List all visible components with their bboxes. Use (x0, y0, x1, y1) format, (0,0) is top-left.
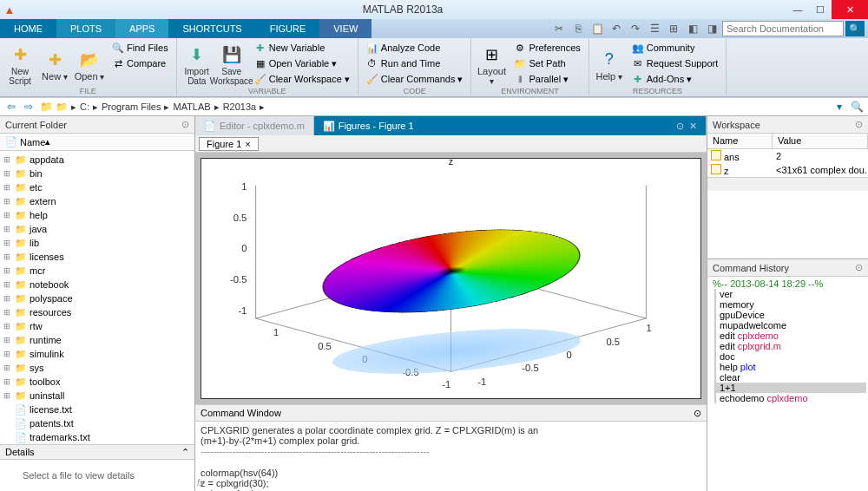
ws-name-header[interactable]: Name (707, 134, 773, 148)
tree-item[interactable]: ⊞📁rtw (0, 319, 194, 333)
analyze-code-button[interactable]: 📊Analyze Code (362, 40, 468, 56)
tree-item[interactable]: ⊞📁help (0, 208, 194, 222)
history-line[interactable]: help plot (714, 362, 866, 372)
current-folder-gear-icon[interactable]: ⊙ (181, 119, 189, 130)
request-support-button[interactable]: ✉Request Support (628, 56, 723, 71)
workspace-scrollbar[interactable] (707, 177, 868, 191)
save-workspace-button[interactable]: 💾Save Workspace (215, 40, 248, 87)
figures-gear-icon[interactable]: ⊙ (676, 121, 684, 132)
tab-figure[interactable]: FIGURE (256, 19, 320, 38)
tree-item[interactable]: ⊞📁etc (0, 180, 194, 194)
editor-tab[interactable]: 📄 Editor - cplxdemo.m (195, 116, 314, 135)
compare-button[interactable]: ⇄Compare (108, 56, 173, 71)
new-button[interactable]: ✚New ▾ (38, 40, 71, 87)
tree-item[interactable]: ⊞📁simulink (0, 347, 194, 361)
clear-workspace-button[interactable]: 🧹Clear Workspace ▾ (250, 71, 354, 87)
new-variable-button[interactable]: ✚New Variable (250, 40, 354, 56)
tab-view[interactable]: VIEW (319, 19, 372, 38)
tree-item[interactable]: 📄trademarks.txt (0, 430, 194, 444)
open-button[interactable]: 📂Open ▾ (73, 40, 106, 87)
workspace-gear-icon[interactable]: ⊙ (855, 119, 863, 130)
history-line[interactable]: edit cplxdemo (714, 331, 866, 341)
breadcrumb[interactable]: 📁 ▸ C: ▸ Program Files ▸ MATLAB ▸ R2013a… (56, 101, 830, 113)
search-button[interactable]: 🔍 (845, 21, 865, 36)
set-path-button[interactable]: 📁Set Path (510, 56, 584, 71)
layout-button[interactable]: ⊞Layout ▾ (475, 40, 508, 87)
undo-icon[interactable]: ↶ (608, 21, 625, 36)
path-dropdown-icon[interactable]: ▾ (832, 99, 847, 115)
tab-plots[interactable]: PLOTS (56, 19, 115, 38)
new-script-button[interactable]: ✚New Script (3, 40, 36, 87)
redo-icon[interactable]: ↷ (627, 21, 644, 36)
qat2-icon[interactable]: ⊞ (665, 21, 682, 36)
tree-item[interactable]: ⊞📁licenses (0, 250, 194, 264)
copy-icon[interactable]: ⎘ (569, 21, 587, 36)
command-window[interactable]: CPLXGRID generates a polar coordinate co… (195, 422, 707, 491)
back-button[interactable]: ⇦ (3, 99, 19, 115)
details-title[interactable]: Details⌃ (0, 444, 194, 460)
clear-commands-button[interactable]: 🧹Clear Commands ▾ (362, 71, 468, 87)
history-line[interactable]: memory (714, 299, 866, 310)
run-and-time-button[interactable]: ⏱Run and Time (362, 56, 468, 71)
maximize-button[interactable]: ☐ (809, 0, 832, 19)
history-line[interactable]: echodemo cplxdemo (714, 393, 866, 403)
command-window-gear-icon[interactable]: ⊙ (694, 408, 701, 419)
history-line[interactable]: gpuDevice (714, 310, 866, 320)
history-line[interactable]: doc (714, 351, 866, 362)
find-files-button[interactable]: 🔍Find Files (108, 40, 173, 56)
history-line[interactable]: mupadwelcome (714, 320, 866, 331)
help-button[interactable]: ?Help ▾ (593, 40, 626, 87)
community-button[interactable]: 👥Community (628, 40, 723, 56)
search-input[interactable] (722, 21, 844, 36)
tree-item[interactable]: ⊞📁extern (0, 194, 194, 208)
forward-button[interactable]: ⇨ (21, 99, 36, 115)
tab-shortcuts[interactable]: SHORTCUTS (168, 19, 255, 38)
minimize-button[interactable]: — (786, 0, 809, 19)
tree-item[interactable]: ⊞📁uninstall (0, 389, 194, 403)
command-history-list[interactable]: %-- 2013-08-14 18:29 --%vermemorygpuDevi… (707, 277, 868, 491)
name-column-header[interactable]: Name (20, 137, 45, 147)
tree-item[interactable]: ⊞📁bin (0, 167, 194, 180)
tab-home[interactable]: HOME (0, 19, 56, 38)
fx-prompt-icon[interactable]: fx (197, 478, 204, 488)
open-variable-button[interactable]: ▦Open Variable ▾ (250, 56, 354, 71)
parallel-button[interactable]: ⫴Parallel ▾ (510, 71, 584, 87)
tree-item[interactable]: ⊞📁appdata (0, 153, 194, 167)
close-button[interactable]: ✕ (832, 0, 868, 19)
tree-item[interactable]: ⊞📁sys (0, 361, 194, 375)
qat4-icon[interactable]: ◨ (703, 21, 720, 36)
tab-apps[interactable]: APPS (115, 19, 168, 38)
tree-item[interactable]: ⊞📁java (0, 222, 194, 236)
qat-icon[interactable]: ☰ (646, 21, 663, 36)
cut-icon[interactable]: ✂ (550, 21, 568, 36)
figures-tab[interactable]: 📊 Figures - Figure 1⊙✕ (314, 116, 707, 135)
tree-item[interactable]: ⊞📁mcr (0, 264, 194, 278)
history-line[interactable]: ver (714, 289, 866, 299)
paste-icon[interactable]: 📋 (589, 21, 606, 36)
figures-close-icon[interactable]: ✕ (689, 121, 697, 132)
import-data-button[interactable]: ⬇Import Data (181, 40, 214, 87)
tree-item[interactable]: ⊞📁polyspace (0, 291, 194, 305)
qat3-icon[interactable]: ◧ (684, 21, 701, 36)
up-button[interactable]: 📁 (38, 99, 54, 115)
workspace-row[interactable]: ans2 (707, 149, 868, 163)
history-gear-icon[interactable]: ⊙ (855, 262, 863, 273)
figure-tab-close-icon[interactable]: × (245, 139, 250, 149)
preferences-button[interactable]: ⚙Preferences (510, 40, 584, 56)
path-search-icon[interactable]: 🔍 (849, 99, 865, 115)
tree-item[interactable]: ⊞📁runtime (0, 333, 194, 347)
history-line[interactable]: edit cplxgrid.m (714, 341, 866, 351)
figure-1-tab[interactable]: Figure 1 × (199, 137, 259, 151)
tree-item[interactable]: 📄license.txt (0, 403, 194, 416)
workspace-row[interactable]: z<31x61 complex dou... (707, 163, 868, 177)
add-ons-button[interactable]: ✚Add-Ons ▾ (628, 71, 723, 87)
tree-item[interactable]: ⊞📁resources (0, 305, 194, 319)
tree-item[interactable]: ⊞📁lib (0, 236, 194, 250)
tree-item[interactable]: 📄patents.txt (0, 416, 194, 430)
tree-item[interactable]: ⊞📁notebook (0, 278, 194, 291)
history-line[interactable]: clear (714, 372, 866, 383)
history-line[interactable]: 1+1 (714, 383, 866, 393)
ws-value-header[interactable]: Value (773, 134, 868, 148)
folder-tree[interactable]: ⊞📁appdata⊞📁bin⊞📁etc⊞📁extern⊞📁help⊞📁java⊞… (0, 151, 194, 444)
tree-item[interactable]: ⊞📁toolbox (0, 375, 194, 389)
